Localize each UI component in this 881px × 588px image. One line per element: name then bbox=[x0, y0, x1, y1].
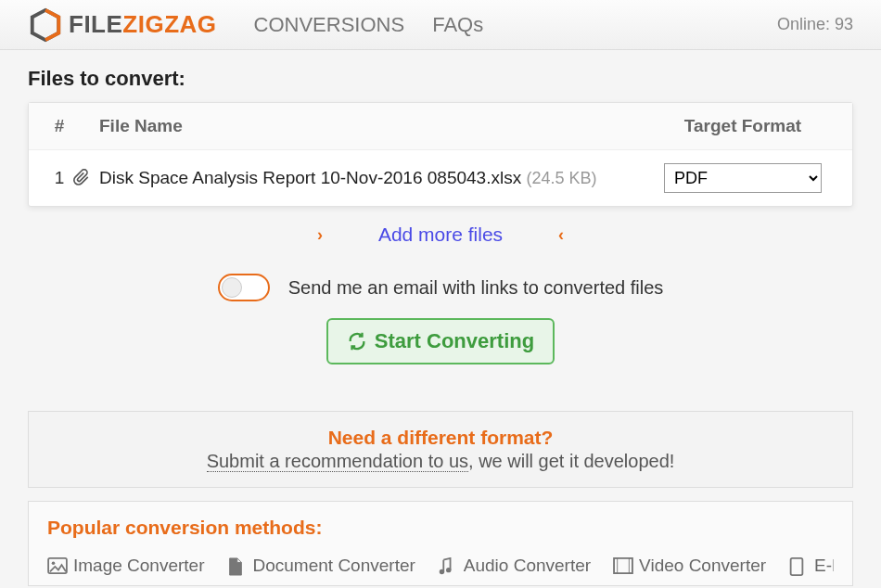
chevron-left-icon: ‹ bbox=[558, 225, 564, 245]
recommendation-link[interactable]: Submit a recommendation to us bbox=[207, 451, 468, 472]
nav-faqs[interactable]: FAQs bbox=[432, 13, 483, 37]
toggle-knob bbox=[222, 277, 242, 298]
file-number: 1 bbox=[45, 168, 73, 188]
audio-icon bbox=[438, 557, 458, 574]
page-title: Files to convert: bbox=[28, 67, 853, 91]
svg-point-3 bbox=[446, 568, 451, 572]
email-toggle[interactable] bbox=[218, 274, 270, 301]
logo-text: FILEZIGZAG bbox=[69, 10, 217, 39]
need-format-box: Need a different format? Submit a recomm… bbox=[28, 411, 853, 488]
add-more-files-link[interactable]: Add more files bbox=[378, 224, 503, 246]
document-converter-link[interactable]: Document Converter bbox=[227, 556, 415, 576]
svg-rect-7 bbox=[791, 558, 803, 575]
logo-icon bbox=[28, 7, 63, 43]
col-header-name: File Name bbox=[99, 116, 650, 136]
file-panel: # File Name Target Format 1 Disk Space A… bbox=[28, 102, 853, 207]
col-header-num: # bbox=[45, 116, 73, 136]
logo[interactable]: FILEZIGZAG bbox=[28, 7, 217, 43]
svg-rect-4 bbox=[614, 558, 632, 573]
online-count: Online: 93 bbox=[777, 15, 853, 34]
refresh-icon bbox=[347, 331, 367, 352]
recommendation-text: Submit a recommendation to us, we will g… bbox=[47, 451, 834, 472]
col-header-target: Target Format bbox=[650, 116, 836, 136]
converter-list: Image Converter Document Converter Audio… bbox=[47, 556, 834, 576]
email-row: Send me an email with links to converted… bbox=[28, 274, 853, 301]
attachment-icon bbox=[73, 169, 99, 187]
video-converter-link[interactable]: Video Converter bbox=[613, 556, 766, 576]
start-label: Start Converting bbox=[375, 329, 534, 353]
file-name-cell: Disk Space Analysis Report 10-Nov-2016 0… bbox=[99, 168, 650, 188]
email-label: Send me an email with links to converted… bbox=[288, 277, 664, 299]
need-format-title: Need a different format? bbox=[47, 427, 834, 449]
image-converter-link[interactable]: Image Converter bbox=[47, 556, 205, 576]
start-converting-button[interactable]: Start Converting bbox=[326, 318, 555, 364]
file-table-header: # File Name Target Format bbox=[29, 103, 852, 150]
file-size: (24.5 KB) bbox=[526, 169, 596, 187]
popular-title: Popular conversion methods: bbox=[47, 517, 834, 539]
content: Files to convert: # File Name Target For… bbox=[0, 50, 881, 586]
image-icon bbox=[47, 557, 68, 574]
nav: CONVERSIONS FAQs bbox=[254, 13, 484, 37]
popular-box: Popular conversion methods: Image Conver… bbox=[28, 501, 853, 586]
add-more-row: › Add more files ‹ bbox=[28, 224, 853, 246]
chevron-right-icon: › bbox=[317, 225, 323, 245]
ebook-converter-link[interactable]: E-Boo bbox=[788, 556, 834, 576]
target-format-select[interactable]: PDF bbox=[664, 163, 822, 193]
header: FILEZIGZAG CONVERSIONS FAQs Online: 93 bbox=[0, 0, 881, 50]
file-row: 1 Disk Space Analysis Report 10-Nov-2016… bbox=[29, 150, 852, 206]
document-icon bbox=[227, 557, 248, 574]
ebook-icon bbox=[788, 557, 809, 574]
file-name: Disk Space Analysis Report 10-Nov-2016 0… bbox=[99, 168, 521, 187]
svg-point-2 bbox=[440, 569, 444, 574]
video-icon bbox=[613, 557, 633, 574]
audio-converter-link[interactable]: Audio Converter bbox=[438, 556, 591, 576]
nav-conversions[interactable]: CONVERSIONS bbox=[254, 13, 405, 37]
svg-point-1 bbox=[52, 562, 56, 566]
